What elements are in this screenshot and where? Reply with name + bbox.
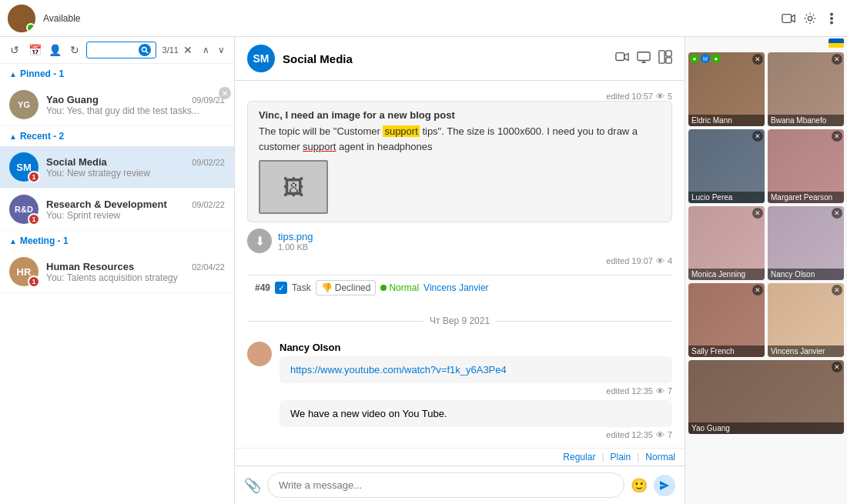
message-1: edited 10:57 👁 5 Vinc, I need an image f… — [247, 88, 672, 265]
conv-close-button[interactable]: ✕ — [219, 87, 231, 99]
conv-info-rd: Research & Development 09/02/22 You: Spr… — [46, 199, 225, 221]
task-author-link[interactable]: Vincens Janvier — [424, 282, 489, 293]
format-plain-button[interactable]: Plain — [611, 452, 631, 462]
svg-rect-7 — [616, 53, 624, 61]
meeting-section-header[interactable]: ▲ Meeting - 1 — [0, 231, 234, 251]
share-screen-icon[interactable] — [637, 50, 651, 67]
conv-name: Social Media — [46, 156, 107, 168]
conv-item-social-media[interactable]: SM 1 Social Media 09/02/22 You: New stra… — [0, 146, 234, 189]
meeting-label: Meeting - 1 — [20, 235, 69, 246]
chat-header: SM Social Media — [235, 37, 685, 81]
task-label: Task — [292, 282, 311, 293]
eldric-badges: ● M ● — [690, 54, 721, 63]
task-bar: #49 ✓ Task 👎 Declined Normal Vincens Jan… — [247, 275, 672, 300]
right-panel: ● M ● ✕ Eldric Mann ✕ Bwana Mbanefo ✕ Lu… — [685, 37, 847, 504]
date-separator: Чт Вер 9 2021 — [247, 309, 672, 332]
pinned-triangle-icon: ▲ — [9, 70, 17, 78]
video-close-button-8[interactable]: ✕ — [832, 285, 842, 295]
search-next-button[interactable]: ∨ — [214, 43, 228, 57]
chat-header-avatar: SM — [247, 45, 275, 72]
nancy-meta-1: edited 12:35 👁 7 — [280, 386, 672, 396]
nancy-message-2: We have a new video on You Tube. — [290, 408, 447, 419]
video-close-button-9[interactable]: ✕ — [832, 362, 842, 372]
unread-badge: 1 — [28, 171, 40, 183]
video-close-button-3[interactable]: ✕ — [752, 131, 763, 142]
image-placeholder: 🖼 — [259, 160, 328, 214]
avatar-initials: YG — [18, 100, 30, 109]
date-text: Чт Вер 9 2021 — [430, 315, 490, 326]
chat-video-icon[interactable] — [615, 50, 629, 67]
video-close-button-4[interactable]: ✕ — [832, 131, 842, 142]
search-active-badge — [139, 44, 151, 56]
recent-section-header[interactable]: ▲ Recent - 2 — [0, 126, 234, 146]
video-close-button-7[interactable]: ✕ — [752, 285, 763, 295]
declined-button[interactable]: 👎 Declined — [316, 280, 377, 295]
m-badge: M — [701, 54, 710, 63]
format-regular-button[interactable]: Regular — [563, 452, 595, 462]
nancy-edited-2: edited 12:35 — [606, 430, 653, 439]
vincens-name-overlay: Vincens Janvier — [768, 345, 844, 357]
settings-icon[interactable] — [802, 11, 818, 26]
download-button[interactable]: ⬇ — [247, 229, 272, 253]
svg-rect-10 — [666, 51, 671, 56]
nancy-content: Nancy Olson https://www.youtube.com/watc… — [280, 342, 672, 439]
clock-icon[interactable]: ↺ — [6, 42, 23, 58]
eye-icon-3: 👁 — [656, 386, 665, 396]
search-tools: ↺ 📅 👤 ↻ — [6, 42, 83, 58]
conv-date: 09/02/22 — [192, 158, 225, 167]
search-prev-button[interactable]: ∧ — [199, 43, 213, 57]
video-close-button-6[interactable]: ✕ — [832, 208, 842, 219]
video-close-button-5[interactable]: ✕ — [752, 208, 763, 219]
calendar-icon[interactable]: 📅 — [26, 42, 43, 58]
highlight-support-1: support — [383, 125, 419, 137]
nancy-edited-1: edited 12:35 — [606, 386, 653, 396]
nancy-youtube-link[interactable]: https://www.youtube.com/watch?v=f1k_y6A3… — [290, 364, 507, 375]
availability-status: Available — [43, 13, 80, 24]
pinned-section-header[interactable]: ▲ Pinned - 1 — [0, 64, 234, 84]
format-sep-2: | — [637, 452, 639, 462]
format-normal-button[interactable]: Normal — [645, 452, 675, 462]
green-badge-2: ● — [711, 54, 721, 63]
person-search-icon[interactable]: 👤 — [46, 42, 63, 58]
top-bar: Available — [0, 0, 847, 37]
sidebar: ↺ 📅 👤 ↻ support 3/11 ✕ ∧ ∨ ▲ — [0, 37, 235, 504]
search-clear-button[interactable]: ✕ — [183, 44, 192, 56]
search-input[interactable]: support — [92, 45, 139, 56]
attachment-size: 1.00 KB — [278, 242, 313, 252]
msg-meta-top: edited 10:57 👁 5 — [247, 92, 672, 101]
nancy-name-overlay: Nancy Olson — [768, 269, 844, 280]
video-close-button-2[interactable]: ✕ — [832, 54, 842, 65]
user-avatar[interactable] — [8, 5, 35, 32]
sally-name-overlay: Sally French — [688, 345, 765, 357]
conv-item-rd[interactable]: R&D 1 Research & Development 09/02/22 Yo… — [0, 189, 234, 231]
conv-item-hr[interactable]: HR 1 Human Resources 02/04/22 You: Talen… — [0, 251, 234, 293]
thumbs-down-icon: 👎 — [321, 282, 333, 293]
normal-badge: Normal — [380, 282, 419, 293]
video-close-button[interactable]: ✕ — [752, 54, 763, 65]
yao-name-overlay: Yao Guang — [688, 422, 844, 434]
refresh-icon[interactable]: ↻ — [66, 42, 83, 58]
send-button[interactable] — [654, 475, 675, 496]
svg-line-6 — [146, 52, 148, 54]
msg-title: Vinc, I need an image for a new blog pos… — [259, 109, 661, 121]
menu-icon[interactable] — [824, 11, 839, 26]
message-input[interactable] — [267, 472, 624, 498]
video-icon[interactable] — [781, 11, 796, 26]
yao-guang-avatar: YG — [9, 90, 38, 119]
svg-point-3 — [831, 17, 833, 19]
eye-icon: 👁 — [656, 92, 665, 101]
attach-file-icon[interactable]: 📎 — [244, 477, 261, 494]
layout-icon[interactable] — [658, 50, 672, 67]
conv-preview: You: Yes, that guy did the test tasks... — [46, 105, 225, 116]
video-cell-nancy: ✕ Nancy Olson — [768, 206, 844, 280]
chat-header-actions — [615, 50, 672, 67]
emoji-button[interactable]: 🙂 — [631, 477, 648, 494]
video-cell-eldric: ● M ● ✕ Eldric Mann — [688, 52, 765, 126]
video-cell-yao: ✕ Yao Guang — [688, 360, 844, 434]
eye-icon-4: 👁 — [656, 430, 665, 439]
top-bar-actions — [781, 11, 839, 26]
message-bubble-1: Vinc, I need an image for a new blog pos… — [247, 101, 672, 222]
conv-item-yao-guang[interactable]: YG Yao Guang 09/09/21 You: Yes, that guy… — [0, 84, 234, 126]
attach-view-count: 4 — [668, 256, 672, 265]
msg-meta-attach: edited 19:07 👁 4 — [247, 256, 672, 265]
